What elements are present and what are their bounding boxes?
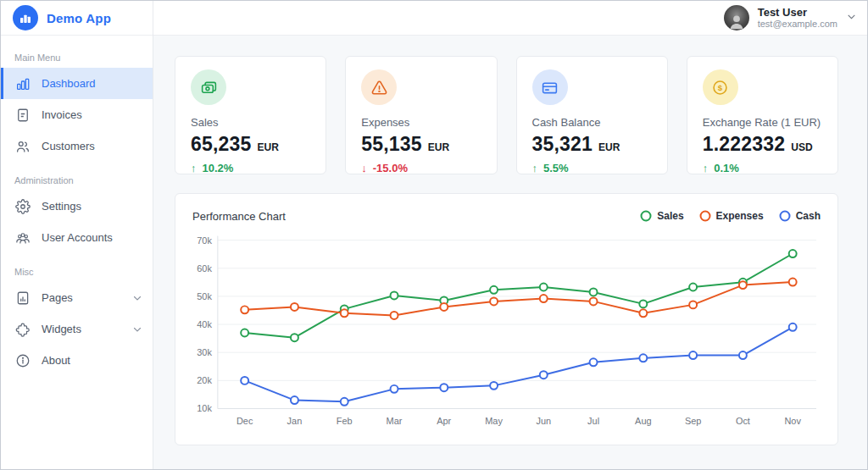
svg-text:May: May [485, 416, 503, 426]
credit-card-icon [532, 69, 568, 105]
user-menu[interactable]: Test User test@example.com [724, 5, 857, 30]
legend-item-expenses[interactable]: Expenses [699, 210, 764, 222]
avatar [724, 5, 749, 30]
chevron-down-icon [132, 293, 142, 303]
legend-circle-icon [699, 210, 711, 222]
legend-item-sales[interactable]: Sales [640, 210, 683, 222]
svg-text:Dec: Dec [236, 416, 253, 426]
user-group-icon [15, 230, 31, 246]
nav-section-administration: Administration [14, 175, 139, 185]
stat-card-sales: Sales 65,235 EUR ↑ 10.2% [175, 56, 326, 174]
svg-text:$: $ [718, 83, 723, 92]
bar-chart-logo-icon [13, 5, 38, 30]
stat-card-cash-balance: Cash Balance 35,321 EUR ↑ 5.5% [516, 56, 668, 174]
chevron-down-icon [132, 324, 142, 335]
sidebar-item-settings[interactable]: Settings [1, 191, 153, 222]
sidebar-item-label: Pages [42, 291, 73, 304]
stat-card-exchange-rate: $ Exchange Rate (1 EUR) 1.222332 USD ↑ 0… [687, 56, 838, 174]
stat-delta: ↑ 0.1% [703, 162, 822, 174]
stat-delta: ↑ 10.2% [191, 162, 310, 174]
bar-chart-icon [15, 76, 31, 91]
svg-text:Aug: Aug [635, 416, 651, 426]
svg-text:40k: 40k [197, 319, 212, 329]
sidebar-item-invoices[interactable]: Invoices [1, 99, 153, 130]
warning-triangle-icon [361, 69, 397, 105]
svg-text:70k: 70k [197, 235, 212, 246]
svg-text:Mar: Mar [387, 416, 403, 426]
invoice-icon [15, 108, 31, 123]
nav-section-main-menu: Main Menu [14, 53, 139, 63]
stat-unit: EUR [598, 141, 620, 153]
svg-text:Jan: Jan [287, 416, 303, 426]
sidebar-item-dashboard[interactable]: Dashboard [1, 68, 153, 99]
stat-label: Expenses [361, 116, 481, 129]
legend-circle-icon [640, 210, 652, 222]
main-area: Test User test@example.com Sales 65,235 [153, 1, 867, 469]
sidebar-item-label: Dashboard [42, 77, 96, 90]
stat-value: 1.222332 [703, 133, 786, 156]
gear-icon [15, 199, 31, 214]
chart-legend: Sales Expenses Cash [640, 210, 821, 222]
stat-unit: EUR [428, 141, 449, 153]
topbar: Test User test@example.com [153, 1, 867, 36]
stat-value: 55,135 [361, 133, 422, 156]
sidebar-item-user-accounts[interactable]: User Accounts [1, 222, 153, 253]
stat-delta: ↓ -15.0% [361, 162, 481, 174]
stat-unit: EUR [258, 141, 279, 153]
stat-label: Exchange Rate (1 EUR) [703, 116, 822, 129]
svg-text:30k: 30k [197, 347, 212, 357]
svg-text:60k: 60k [197, 263, 212, 274]
stat-label: Cash Balance [532, 116, 652, 129]
trend-down-icon: ↓ [361, 162, 367, 174]
svg-text:10k: 10k [197, 404, 212, 414]
pages-icon [15, 290, 31, 306]
sidebar-item-label: User Accounts [42, 231, 113, 244]
info-icon [15, 353, 31, 368]
puzzle-icon [15, 322, 31, 337]
stat-value: 35,321 [532, 133, 593, 156]
dashboard-content: Sales 65,235 EUR ↑ 10.2% Expenses [153, 36, 867, 469]
sidebar-item-label: Customers [42, 140, 95, 152]
sidebar-item-widgets[interactable]: Widgets [1, 313, 153, 345]
sidebar-nav: Main Menu Dashboard Invoices Customers [1, 36, 153, 376]
legend-item-cash[interactable]: Cash [779, 210, 821, 222]
chart-title: Performance Chart [192, 210, 286, 223]
svg-text:50k: 50k [197, 291, 212, 301]
stat-delta: ↑ 5.5% [532, 162, 652, 174]
performance-chart-svg: 10k20k30k40k50k60k70kDecJanFebMarAprMayJ… [192, 229, 821, 438]
app-title: Demo App [47, 11, 111, 25]
svg-text:Jul: Jul [587, 416, 599, 426]
trend-up-icon: ↑ [191, 162, 197, 174]
trend-up-icon: ↑ [532, 162, 538, 174]
stat-value: 65,235 [191, 133, 252, 156]
performance-chart-panel: Performance Chart Sales Expenses Cash [175, 193, 838, 445]
stat-card-expenses: Expenses 55,135 EUR ↓ -15.0% [345, 56, 497, 174]
app-window: Demo App Main Menu Dashboard Invoices [0, 0, 868, 470]
sidebar-item-about[interactable]: About [1, 345, 153, 376]
sidebar-item-label: Settings [42, 200, 81, 213]
svg-text:Feb: Feb [337, 416, 353, 426]
user-name: Test User [758, 6, 837, 19]
cash-icon [191, 69, 226, 105]
sidebar: Demo App Main Menu Dashboard Invoices [1, 1, 153, 469]
app-logo[interactable]: Demo App [1, 1, 153, 36]
svg-text:Sep: Sep [685, 416, 701, 426]
trend-up-icon: ↑ [703, 162, 709, 174]
legend-circle-icon [779, 210, 791, 222]
svg-text:Nov: Nov [784, 416, 801, 426]
svg-text:Oct: Oct [736, 416, 750, 426]
svg-text:Jun: Jun [536, 416, 551, 426]
dollar-coin-icon: $ [703, 69, 738, 105]
sidebar-item-label: About [42, 354, 70, 367]
svg-text:Apr: Apr [437, 416, 451, 426]
sidebar-item-label: Invoices [42, 108, 82, 121]
sidebar-item-label: Widgets [42, 323, 81, 335]
stat-cards-row: Sales 65,235 EUR ↑ 10.2% Expenses [175, 56, 838, 174]
stat-unit: USD [791, 141, 812, 153]
sidebar-item-pages[interactable]: Pages [1, 282, 153, 313]
customers-icon [15, 139, 31, 154]
sidebar-item-customers[interactable]: Customers [1, 130, 153, 162]
stat-label: Sales [191, 116, 310, 129]
nav-section-misc: Misc [14, 267, 139, 277]
svg-text:20k: 20k [197, 375, 212, 385]
